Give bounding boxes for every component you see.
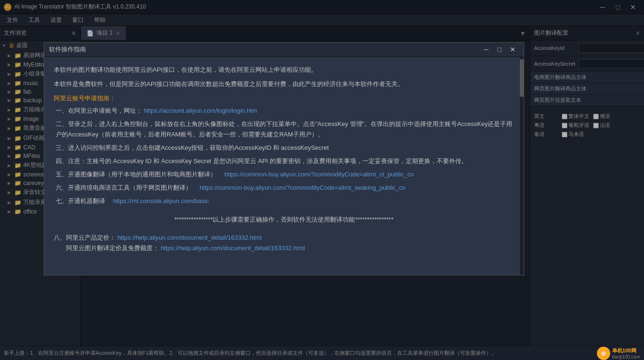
guide-item-4-text: 四、注意：主账号的 AccessKey ID 和 AccessKey Secre…: [56, 157, 468, 165]
logo-site-url: danji100.com: [612, 354, 640, 360]
dialog-minimize-button[interactable]: ─: [480, 45, 492, 54]
dialog-scrollbar[interactable]: [520, 57, 524, 275]
guide-link-7[interactable]: https://mt.console.aliyun.com/basic: [113, 197, 209, 204]
guide-link-1[interactable]: https://account.aliyun.com/login/login.h…: [144, 107, 257, 114]
guide-item-3-text: 三、进入访问控制界面之后，点击创建AccessKey按钮，获取你的AccessK…: [56, 144, 329, 151]
price-link-2[interactable]: https://help.aliyun.com/document_detail/…: [161, 244, 305, 252]
guide-item-6-prefix: 六、开通跨境电商语言工具（用于网页图片翻译）: [56, 184, 198, 191]
dialog-overlay: 软件操作指南 ─ □ ✕ 本软件的图片翻译功能使用阿里云的API接口，在使用之前…: [0, 0, 644, 346]
guide-item-5: 五、开通图像翻译（用于本地的通用图片和电商图片翻译） https://commo…: [54, 169, 514, 180]
dialog-scrollbar-thumb[interactable]: [520, 59, 524, 97]
dialog-close-button[interactable]: ✕: [507, 45, 519, 54]
status-right: ⊕ 单机100网 danji100.com: [597, 347, 640, 360]
dialog-content: 本软件的图片翻译功能使用阿里云的API接口，在使用之前，请先在阿里云网站上申请相…: [44, 57, 524, 275]
dialog-warning: ****************以上步骤需要正确操作，否则软件无法使用翻译功能*…: [54, 214, 514, 225]
price-section: 八、阿里云产品定价： https://help.aliyun.com/docum…: [54, 233, 514, 253]
guide-item-4: 四、注意：主账号的 AccessKey ID 和 AccessKey Secre…: [54, 156, 514, 166]
dialog-para-2: 本软件是免费软件，但是阿里云的API接口功能在调用次数超出免费额度之后需要付费，…: [54, 79, 514, 89]
price-link-1[interactable]: https://help.aliyun.com/document_detail/…: [117, 234, 262, 241]
price-row-2: 阿里云图片翻译定价及免费额度： https://help.aliyun.com/…: [54, 243, 514, 253]
guide-item-7-prefix: 七、开通机器翻译: [56, 197, 111, 204]
guide-item-2: 二、登录之后，进入右上角控制台，鼠标放在右上角的头像图标处，在出现的下拉菜单中。…: [54, 119, 514, 140]
dialog-section-title: 阿里云账号申请指南：: [54, 93, 514, 104]
guide-item-7: 七、开通机器翻译 https://mt.console.aliyun.com/b…: [54, 196, 514, 206]
logo-text-block: 单机100网 danji100.com: [612, 347, 640, 360]
logo-site-name: 单机100网: [612, 347, 640, 354]
dialog-titlebar: 软件操作指南 ─ □ ✕: [44, 43, 524, 57]
price-row-1: 八、阿里云产品定价： https://help.aliyun.com/docum…: [54, 233, 514, 243]
dialog-para-1: 本软件的图片翻译功能使用阿里云的API接口，在使用之前，请先在阿里云网站上申请相…: [54, 65, 514, 75]
guide-item-1: 一、在阿里云申请账号，网址： https://account.aliyun.co…: [54, 106, 514, 116]
guide-item-3: 三、进入访问控制界面之后，点击创建AccessKey按钮，获取你的AccessK…: [54, 143, 514, 153]
guide-item-2-text: 二、登录之后，进入右上角控制台，鼠标放在右上角的头像图标处，在出现的下拉菜单中。…: [56, 120, 512, 138]
guide-link-6[interactable]: https://common-buy.aliyun.com/?commodity…: [200, 184, 406, 191]
status-text: 新手上路：1、在阿里云注册账号并申请AccessKey，具体按F1看帮助。2、可…: [4, 350, 497, 357]
guide-dialog: 软件操作指南 ─ □ ✕ 本软件的图片翻译功能使用阿里云的API接口，在使用之前…: [44, 42, 524, 275]
guide-item-5-prefix: 五、开通图像翻译（用于本地的通用图片和电商图片翻译）: [56, 171, 223, 178]
guide-item-6: 六、开通跨境电商语言工具（用于网页图片翻译） https://common-bu…: [54, 183, 514, 193]
dialog-controls: ─ □ ✕: [480, 45, 519, 54]
status-bar: 新手上路：1、在阿里云注册账号并申请AccessKey，具体按F1看帮助。2、可…: [0, 346, 644, 360]
price-label-2: 阿里云图片翻译定价及免费额度：: [54, 244, 159, 252]
guide-item-1-prefix: 一、在阿里云申请账号，网址：: [56, 107, 142, 114]
dialog-para-2-text: 本软件是免费软件，但是阿里云的API接口功能在调用次数超出免费额度之后需要付费，…: [54, 80, 404, 88]
dialog-para-1-text: 本软件的图片翻译功能使用阿里云的API接口，在使用之前，请先在阿里云网站上申请相…: [54, 66, 317, 73]
logo-icon: ⊕: [597, 347, 610, 360]
dialog-maximize-button[interactable]: □: [493, 45, 506, 54]
dialog-title: 软件操作指南: [49, 45, 86, 54]
status-logo: ⊕ 单机100网 danji100.com: [597, 347, 640, 360]
price-label-1: 八、阿里云产品定价：: [54, 234, 116, 241]
guide-link-5[interactable]: https://common-buy.aliyun.com/?commodity…: [224, 171, 414, 178]
